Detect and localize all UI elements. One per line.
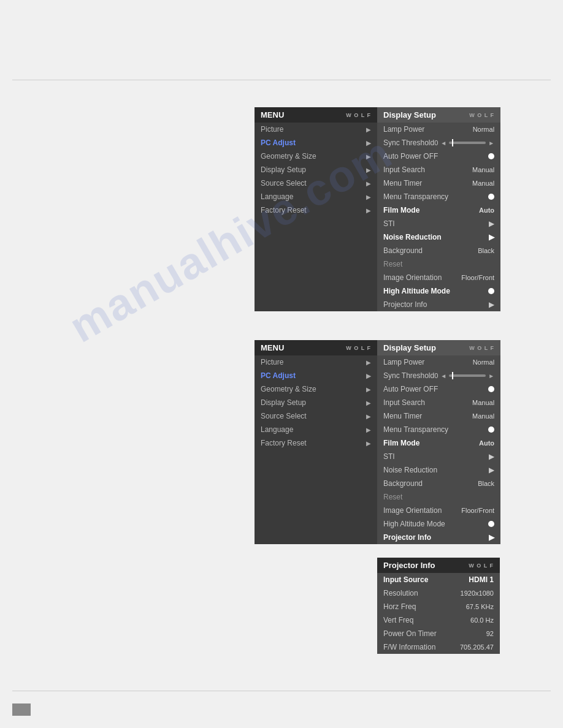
display-item-value: Black [478, 247, 494, 254]
bottom-divider [12, 691, 551, 691]
top-divider [12, 80, 551, 80]
display-item-label: Projector Info [383, 300, 427, 309]
menu-item[interactable]: Language ▶ [255, 423, 377, 436]
display-item[interactable]: STI▶ [377, 217, 500, 230]
menu-item-label: Display Setup [261, 165, 306, 174]
projector-label: Resolution [383, 589, 418, 597]
menu-item[interactable]: PC Adjust ▶ [255, 369, 377, 382]
menu-item-label: Geometry & Size [261, 385, 316, 393]
menu-item-label: Factory Reset [261, 439, 307, 447]
display-item-label: Image Orientation [383, 506, 442, 515]
menu-item[interactable]: Display Setup ▶ [255, 396, 377, 409]
arrow-icon: ▶ [489, 219, 494, 228]
arrow-icon: ▶ [489, 452, 494, 461]
display-item[interactable]: Menu Transparency [377, 423, 500, 436]
display-item[interactable]: High Altitude Mode [377, 284, 500, 298]
display-item[interactable]: BackgroundBlack [377, 244, 500, 257]
display-item[interactable]: Projector Info▶ [377, 531, 500, 544]
display-item[interactable]: High Altitude Mode [377, 517, 500, 531]
display-item[interactable]: Lamp PowerNormal [377, 355, 500, 369]
arrow-icon: ▶ [366, 359, 371, 366]
display-item[interactable]: Auto Power OFF [377, 150, 500, 163]
display-item[interactable]: Lamp PowerNormal [377, 123, 500, 136]
menu-item-label: Display Setup [261, 398, 306, 407]
display-item[interactable]: Reset [377, 257, 500, 271]
display-item-label: Menu Timer [383, 412, 422, 420]
display-item[interactable]: Noise Reduction▶ [377, 230, 500, 244]
display-title-2: Display Setup [383, 343, 436, 352]
display-item-label: STI [383, 452, 395, 461]
projector-info-panel: Projector Info W O L F Input Source HDMI… [377, 558, 500, 654]
display-item-value: Manual [472, 180, 494, 187]
display-item-value: Normal [473, 358, 494, 366]
display-item-label: Reset [383, 493, 402, 501]
arrow-icon: ▶ [489, 533, 494, 542]
display-item[interactable]: Menu Transparency [377, 190, 500, 203]
projector-item: Resolution 1920x1080 [377, 586, 500, 600]
display-item[interactable]: Input SearchManual [377, 396, 500, 409]
menu-item[interactable]: Display Setup ▶ [255, 163, 377, 176]
menu-item[interactable]: Factory Reset ▶ [255, 203, 377, 217]
display-item-label: High Altitude Mode [383, 520, 445, 528]
menu-item-label: PC Adjust [261, 138, 296, 147]
display-title-1: Display Setup [383, 110, 436, 119]
display-item-label: Input Search [383, 398, 425, 407]
arrow-icon: ▶ [366, 140, 371, 146]
display-item-label: Sync Threshold [383, 138, 434, 147]
arrow-icon: ▶ [489, 300, 494, 309]
menu-item-label: Picture [261, 125, 283, 134]
page-indicator [12, 703, 31, 716]
menu-item[interactable]: Picture ▶ [255, 123, 377, 136]
display-item[interactable]: Film ModeAuto [377, 203, 500, 217]
arrow-icon: ▶ [366, 440, 371, 447]
projector-panel: Projector Info W O L F Input Source HDMI… [377, 558, 500, 654]
arrow-icon: ▶ [366, 400, 371, 406]
display-item[interactable]: Projector Info▶ [377, 298, 500, 311]
display-header-1: Display Setup W O L F [377, 107, 500, 123]
wolf-logo-display-2: W O L F [469, 345, 494, 351]
display-item-label: Projector Info [383, 533, 431, 542]
projector-value: 60.0 Hz [470, 616, 494, 624]
menu-header-2: MENU W O L F [255, 340, 377, 355]
menu-item[interactable]: Geometry & Size ▶ [255, 150, 377, 163]
display-item-label: Reset [383, 260, 402, 268]
display-item[interactable]: Menu TimerManual [377, 176, 500, 190]
display-item-value: Black [478, 480, 494, 487]
menu-item[interactable]: Geometry & Size ▶ [255, 382, 377, 396]
display-item-label: Lamp Power [383, 358, 424, 366]
arrow-icon: ▶ [366, 126, 371, 133]
arrow-icon: ▶ [366, 413, 371, 420]
display-item-value: Floor/Front [461, 507, 494, 514]
projector-value: 1920x1080 [461, 590, 494, 597]
projector-label: F/W Information [383, 643, 435, 651]
display-item[interactable]: BackgroundBlack [377, 477, 500, 490]
arrow-icon: ▶ [366, 194, 371, 200]
display-item-label: Auto Power OFF [383, 152, 438, 161]
menu-item[interactable]: Picture ▶ [255, 355, 377, 369]
menu-item[interactable]: PC Adjust ▶ [255, 136, 377, 150]
display-item[interactable]: Auto Power OFF [377, 382, 500, 396]
arrow-icon: ▶ [366, 427, 371, 433]
display-item-label: Noise Reduction [383, 466, 437, 474]
menu-item[interactable]: Factory Reset ▶ [255, 436, 377, 450]
menu-item[interactable]: Source Select ▶ [255, 176, 377, 190]
menu-item-label: Picture [261, 358, 283, 366]
projector-label: Input Source [383, 575, 428, 584]
menu-item[interactable]: Source Select ▶ [255, 409, 377, 423]
arrow-icon: ▶ [366, 167, 371, 173]
wolf-logo-display-1: W O L F [469, 112, 494, 118]
display-item[interactable]: Menu TimerManual [377, 409, 500, 423]
display-item[interactable]: STI▶ [377, 450, 500, 463]
menu-item[interactable]: Language ▶ [255, 190, 377, 203]
display-item[interactable]: Sync Threshold 0 ◄ ► [377, 136, 500, 150]
display-item-label: Image Orientation [383, 273, 442, 282]
display-item[interactable]: Image OrientationFloor/Front [377, 271, 500, 284]
display-item[interactable]: Sync Threshold 0 ◄ ► [377, 369, 500, 382]
display-item[interactable]: Image OrientationFloor/Front [377, 504, 500, 517]
menu-title-1: MENU [261, 110, 284, 119]
display-item[interactable]: Film ModeAuto [377, 436, 500, 450]
display-item[interactable]: Reset [377, 490, 500, 504]
display-item[interactable]: Noise Reduction▶ [377, 463, 500, 477]
display-item[interactable]: Input SearchManual [377, 163, 500, 176]
page-container: manualhive.com MENU W O L F Picture ▶PC … [0, 0, 563, 728]
